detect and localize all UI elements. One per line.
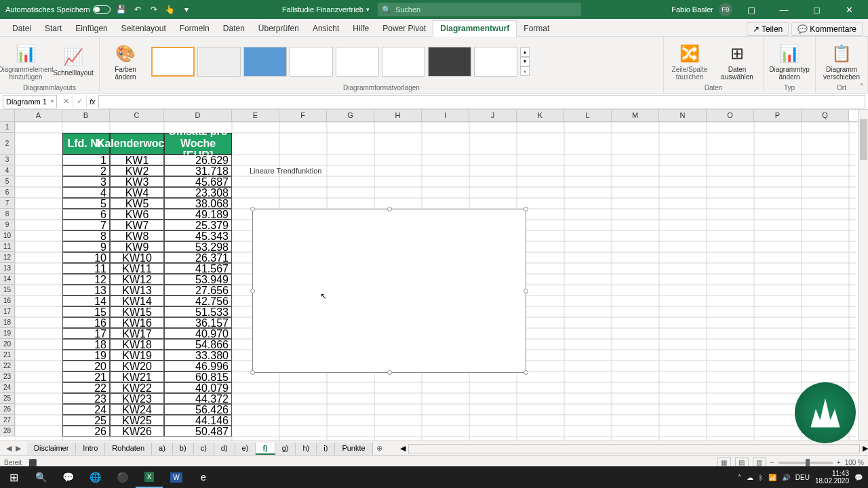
- row-header[interactable]: 2: [0, 133, 15, 155]
- table-cell[interactable]: KW6: [110, 209, 164, 220]
- table-cell[interactable]: 13: [62, 285, 110, 296]
- table-cell[interactable]: KW15: [110, 306, 164, 317]
- table-cell[interactable]: 7: [62, 220, 110, 230]
- chart-styles-gallery[interactable]: ▴ ▾ ⌄: [151, 47, 530, 77]
- row-header[interactable]: 8: [0, 209, 15, 220]
- table-cell[interactable]: 54.866: [164, 339, 232, 350]
- zoom-slider[interactable]: [778, 462, 833, 464]
- row-header[interactable]: 13: [0, 263, 15, 274]
- tab-hilfe[interactable]: Hilfe: [346, 21, 376, 36]
- table-cell[interactable]: 49.189: [164, 209, 232, 220]
- table-cell[interactable]: KW18: [110, 339, 164, 350]
- qat-dropdown-icon[interactable]: ▾: [181, 4, 192, 15]
- table-cell[interactable]: 38.068: [164, 198, 232, 209]
- save-icon[interactable]: 💾: [116, 4, 127, 15]
- zoom-level[interactable]: 100 %: [845, 459, 864, 466]
- row-header[interactable]: 11: [0, 241, 15, 252]
- table-cell[interactable]: 5: [62, 198, 110, 209]
- row-header[interactable]: 7: [0, 198, 15, 209]
- table-cell[interactable]: 25: [62, 415, 110, 426]
- table-cell[interactable]: 56.426: [164, 404, 232, 415]
- table-cell[interactable]: KW20: [110, 361, 164, 371]
- table-cell[interactable]: KW12: [110, 274, 164, 285]
- sheet-tab[interactable]: a): [152, 443, 173, 455]
- row-header[interactable]: 27: [0, 415, 15, 426]
- style-thumb-1[interactable]: [151, 47, 195, 77]
- gallery-up-icon[interactable]: ▴: [520, 47, 530, 57]
- cell-text[interactable]: Lineare Trendfunktion: [250, 167, 321, 175]
- col-header[interactable]: I: [422, 110, 469, 121]
- table-cell[interactable]: 1: [62, 155, 110, 165]
- tray-volume-icon[interactable]: 🔊: [782, 474, 790, 481]
- col-header[interactable]: O: [707, 110, 754, 121]
- col-header[interactable]: J: [469, 110, 517, 121]
- table-cell[interactable]: KW10: [110, 252, 164, 263]
- table-cell[interactable]: 16: [62, 317, 110, 328]
- table-cell[interactable]: KW2: [110, 165, 164, 176]
- table-cell[interactable]: 17: [62, 328, 110, 339]
- search-taskbar-icon[interactable]: 🔍: [27, 466, 54, 488]
- row-header[interactable]: 5: [0, 176, 15, 187]
- taskbar-app-word[interactable]: W: [163, 466, 190, 488]
- table-cell[interactable]: KW5: [110, 198, 164, 209]
- table-cell[interactable]: 51.533: [164, 306, 232, 317]
- table-cell[interactable]: 14: [62, 296, 110, 306]
- sheet-tab[interactable]: Disclaimer: [27, 443, 76, 455]
- table-cell[interactable]: KW11: [110, 263, 164, 274]
- worksheet-grid[interactable]: ABCDEFGHIJKLMNOPQ 1234567891011121314151…: [0, 110, 868, 441]
- sheet-tab[interactable]: Punkte: [335, 443, 372, 455]
- table-cell[interactable]: 26.371: [164, 252, 232, 263]
- sheet-tab[interactable]: i): [317, 443, 335, 455]
- row-header[interactable]: 22: [0, 361, 15, 371]
- table-cell[interactable]: KW9: [110, 241, 164, 252]
- table-cell[interactable]: 41.567: [164, 263, 232, 274]
- quick-layout-button[interactable]: 📈 Schnelllayout: [52, 46, 95, 77]
- tray-clock[interactable]: 11:4318.02.2020: [815, 470, 849, 485]
- row-header[interactable]: 3: [0, 155, 15, 165]
- maximize-button[interactable]: ◻: [803, 0, 830, 19]
- table-cell[interactable]: 2: [62, 165, 110, 176]
- name-box[interactable]: Diagramm 1▾: [3, 95, 57, 108]
- style-thumb-5[interactable]: [336, 47, 379, 77]
- table-cell[interactable]: 42.756: [164, 296, 232, 306]
- row-header[interactable]: 20: [0, 339, 15, 350]
- collapse-ribbon-icon[interactable]: ˄: [860, 83, 864, 92]
- sheet-tab[interactable]: d): [214, 443, 235, 455]
- col-header[interactable]: C: [110, 110, 164, 121]
- col-header[interactable]: K: [517, 110, 564, 121]
- start-button[interactable]: ⊞: [0, 466, 27, 488]
- gallery-more-icon[interactable]: ⌄: [520, 66, 530, 76]
- row-header[interactable]: 17: [0, 306, 15, 317]
- change-chart-type-button[interactable]: 📊 Diagrammtyp ändern: [768, 43, 811, 81]
- move-chart-button[interactable]: 📋 Diagramm verschieben: [820, 43, 863, 81]
- style-thumb-6[interactable]: [382, 47, 425, 77]
- switch-row-col-button[interactable]: 🔀 Zeile/Spalte tauschen: [668, 43, 711, 81]
- table-cell[interactable]: KW22: [110, 382, 164, 393]
- table-cell[interactable]: 23.308: [164, 187, 232, 198]
- table-cell[interactable]: 22: [62, 382, 110, 393]
- style-thumb-3[interactable]: [243, 47, 287, 77]
- table-cell[interactable]: 45.343: [164, 230, 232, 241]
- table-cell[interactable]: 27.656: [164, 285, 232, 296]
- table-cell[interactable]: 9: [62, 241, 110, 252]
- tab-seitenlayout[interactable]: Seitenlayout: [115, 21, 173, 36]
- minimize-button[interactable]: —: [770, 0, 797, 19]
- undo-icon[interactable]: ↶: [132, 4, 143, 15]
- horizontal-scrollbar[interactable]: ◀▶: [387, 444, 868, 453]
- table-cell[interactable]: 8: [62, 230, 110, 241]
- chart-object[interactable]: [252, 209, 526, 373]
- table-cell[interactable]: KW17: [110, 328, 164, 339]
- table-cell[interactable]: 40.079: [164, 382, 232, 393]
- table-cell[interactable]: KW7: [110, 220, 164, 230]
- tab-diagrammentwurf[interactable]: Diagrammentwurf: [433, 20, 517, 37]
- table-cell[interactable]: 19: [62, 350, 110, 361]
- sheet-tab[interactable]: h): [296, 443, 317, 455]
- table-cell[interactable]: 6: [62, 209, 110, 220]
- accept-formula-icon[interactable]: ✓: [73, 95, 87, 108]
- style-thumb-7[interactable]: [428, 47, 471, 77]
- row-header[interactable]: 23: [0, 371, 15, 382]
- col-header[interactable]: D: [164, 110, 232, 121]
- style-thumb-8[interactable]: [474, 47, 517, 77]
- tab-start[interactable]: Start: [38, 21, 68, 36]
- table-cell[interactable]: KW25: [110, 415, 164, 426]
